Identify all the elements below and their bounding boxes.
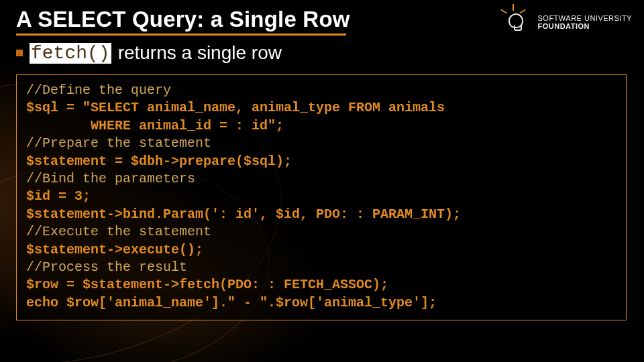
code-line: //Bind the parameters: [26, 171, 195, 186]
bullet-text: returns a single row: [118, 42, 282, 64]
bullet-row: fetch() returns a single row: [16, 42, 629, 64]
code-line: //Execute the statement: [26, 224, 211, 239]
code-line: $statement->execute();: [26, 242, 203, 257]
code-line: //Define the query: [26, 82, 171, 98]
title-underline: [16, 34, 346, 36]
bullet-icon: [16, 50, 23, 56]
code-line: //Prepare the statement: [26, 135, 211, 151]
code-line: $row = $statement->fetch(PDO: : FETCH_AS…: [26, 277, 388, 292]
code-line: $statement->bind.Param(': id', $id, PDO:…: [26, 206, 461, 222]
code-box: //Define the query $sql = "SELECT animal…: [16, 74, 627, 320]
code-line: echo $row['animal_name']." - ".$row['ani…: [26, 295, 437, 310]
lightbulb-icon: [502, 8, 531, 38]
code-line: WHERE animal_id = : id";: [26, 118, 284, 133]
code-block: //Define the query $sql = "SELECT animal…: [26, 82, 616, 312]
code-line: $sql = "SELECT animal_name, animal_type …: [26, 100, 445, 115]
logo: SOFTWARE UNIVERSITY FOUNDATION: [502, 8, 633, 38]
code-line: $statement = $dbh->prepare($sql);: [26, 154, 292, 169]
code-line: //Process the result: [26, 259, 187, 275]
code-line: $id = 3;: [26, 188, 91, 204]
fetch-code: fetch(): [30, 43, 111, 64]
logo-line2: FOUNDATION: [538, 23, 633, 31]
logo-text: SOFTWARE UNIVERSITY FOUNDATION: [538, 15, 633, 30]
